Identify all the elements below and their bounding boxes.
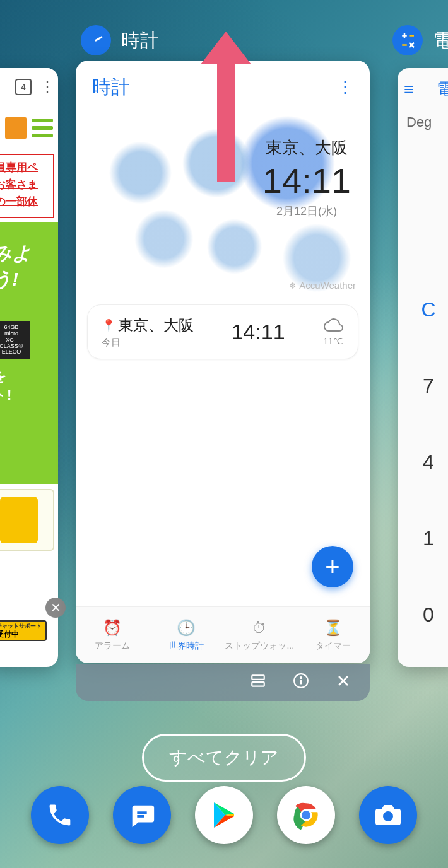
sim-promo	[0, 489, 54, 551]
home-dock	[0, 786, 448, 844]
chrome-app-icon[interactable]	[277, 786, 335, 844]
tab-world-clock[interactable]: 🕒 世界時計	[150, 607, 223, 663]
clock-icon: 🕒	[177, 619, 196, 637]
phone-app-icon[interactable]	[31, 786, 89, 844]
task-title-clock: 時計	[121, 28, 159, 54]
tab-alarm[interactable]: ⏰ アラーム	[76, 607, 150, 663]
promo-block: 64GBmicro XC ICLASS⑩ ELECO をト!	[0, 311, 58, 415]
tab-timer[interactable]: ⏳ タイマー	[297, 607, 370, 663]
close-badge-icon[interactable]: ✕	[45, 598, 66, 618]
notice-link-3[interactable]: の一部休	[0, 193, 52, 210]
city-name: 東京、大阪	[118, 315, 194, 335]
browser-toolbar: 4 ⋮	[0, 68, 58, 106]
task-header-calculator[interactable]: 電	[392, 25, 448, 55]
calculator-title: 電	[437, 78, 448, 100]
add-city-fab[interactable]: +	[312, 546, 353, 587]
notice-box: 員専用ペ お客さま の一部休	[0, 154, 54, 218]
svg-line-0	[96, 37, 102, 40]
city-sub: 今日	[102, 337, 194, 349]
hamburger-icon[interactable]: ≡	[404, 79, 414, 100]
calculator-app-icon	[392, 25, 423, 55]
recent-card-calculator[interactable]: ≡ 電 Deg C 7 4 1 0	[398, 68, 448, 667]
camera-app-icon[interactable]	[359, 786, 417, 844]
pin-icon: 📍	[102, 318, 115, 332]
more-icon[interactable]: ⋮	[40, 79, 53, 95]
clear-all-button[interactable]: すべてクリア	[142, 734, 306, 782]
alarm-icon: ⏰	[103, 619, 122, 637]
svg-point-13	[383, 811, 393, 821]
city-time: 14:11	[231, 320, 285, 344]
site-header	[0, 106, 58, 150]
calc-key-0[interactable]: 0	[423, 603, 434, 627]
info-icon[interactable]	[293, 673, 309, 693]
messages-app-icon[interactable]	[113, 786, 171, 844]
task-title-calculator: 電	[433, 28, 448, 54]
city-temp: 11℃	[323, 336, 343, 346]
tab-count[interactable]: 4	[15, 79, 32, 95]
timer-icon: ⏳	[324, 619, 343, 637]
promo-text-2: をト!	[0, 363, 58, 408]
calc-key-c[interactable]: C	[421, 298, 435, 321]
world-clock-panel: 東京、大阪 14:11 2月12日(水) AccuWeather	[76, 107, 370, 296]
clock-bottom-tabs: ⏰ アラーム 🕒 世界時計 ⏱ ストップウォッ... ⏳ タイマー	[76, 606, 370, 663]
calc-key-7[interactable]: 7	[423, 374, 434, 398]
svg-rect-1	[252, 675, 264, 680]
svg-rect-2	[252, 682, 264, 686]
sd-card-icon: 64GBmicro XC ICLASS⑩ ELECO	[0, 321, 30, 359]
world-city: 東京、大阪	[262, 137, 351, 159]
split-screen-icon[interactable]	[250, 673, 266, 693]
calc-key-1[interactable]: 1	[423, 527, 434, 550]
notice-link-1[interactable]: 員専用ペ	[0, 159, 52, 176]
weather-provider: AccuWeather	[289, 280, 356, 291]
city-card[interactable]: 📍東京、大阪 今日 14:11 11℃	[87, 304, 358, 359]
angle-mode[interactable]: Deg	[398, 110, 440, 134]
svg-point-5	[300, 677, 302, 678]
world-date: 2月12日(水)	[262, 204, 351, 219]
clock-app-title: 時計	[92, 74, 130, 100]
notice-link-2[interactable]: お客さま	[0, 176, 52, 193]
tab-stopwatch[interactable]: ⏱ ストップウォッ...	[223, 607, 297, 663]
clock-app-icon	[81, 25, 111, 55]
play-store-app-icon[interactable]	[195, 786, 253, 844]
calc-key-4[interactable]: 4	[423, 451, 434, 474]
world-time: 14:11	[262, 160, 351, 201]
more-icon[interactable]: ⋮	[337, 84, 353, 90]
chat-badge[interactable]: チャットサポート 受付中	[0, 620, 47, 641]
site-logo	[5, 117, 27, 139]
promo-text-1: みよう!	[0, 222, 58, 311]
hamburger-icon[interactable]	[32, 119, 53, 137]
close-icon[interactable]	[336, 673, 351, 693]
card-action-strip	[76, 664, 370, 701]
task-header-clock[interactable]: 時計	[81, 25, 159, 55]
cloud-icon	[322, 318, 344, 335]
recent-card-browser[interactable]: 4 ⋮ 員専用ペ お客さま の一部休 みよう! 64GBmicro XC ICL…	[0, 68, 58, 667]
stopwatch-icon: ⏱	[252, 619, 267, 637]
recent-card-clock[interactable]: 時計 ⋮ 東京、大阪 14:11 2月12日(水) AccuWeather 📍東…	[76, 61, 370, 663]
